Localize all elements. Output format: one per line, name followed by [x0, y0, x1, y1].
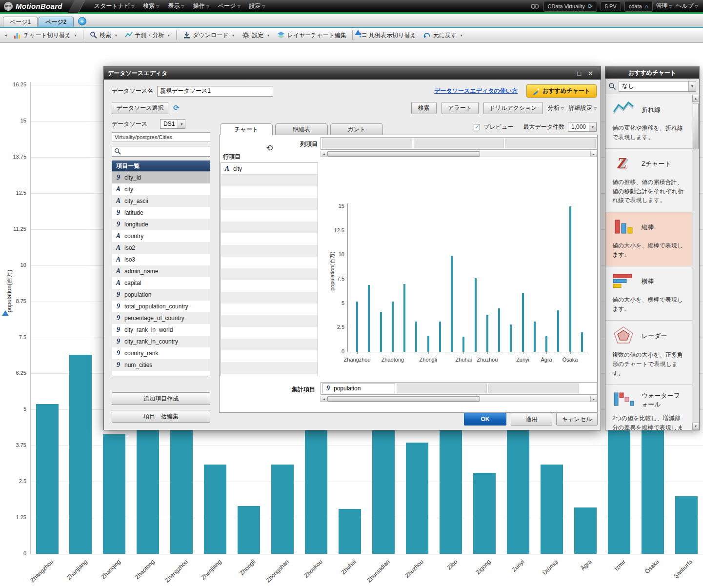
preview-chart-bar[interactable] [462, 337, 464, 352]
scroll-left-icon[interactable]: ◄ [321, 151, 327, 157]
scroll-up-icon[interactable]: ▲ [692, 95, 699, 102]
field-item[interactable]: 9total_population_country [112, 301, 210, 312]
preview-checkbox[interactable]: ✓ [474, 124, 480, 130]
tab-chart[interactable]: チャート [220, 123, 273, 135]
recommend-scrollbar[interactable]: ▲ ▼ [692, 95, 699, 430]
field-item[interactable]: Aadmin_name [112, 265, 210, 277]
help-menu[interactable]: ヘルプ▽ [676, 2, 698, 10]
connection-chip[interactable]: CData Virtuality ⟳ [543, 1, 597, 12]
bulk-edit-button[interactable]: 項目一括編集 [112, 410, 210, 423]
main-chart-bar[interactable] [440, 424, 462, 554]
top-menu-1[interactable]: 検索▽ [143, 2, 159, 10]
top-menu-4[interactable]: ページ▽ [218, 2, 241, 10]
drill-action-button[interactable]: ドリルアクション [483, 102, 543, 114]
toolbar-item-7[interactable]: 元に戻す▼ [420, 30, 467, 41]
swap-axes-icon[interactable]: ⟲ [266, 143, 273, 153]
main-chart-bar[interactable] [238, 506, 260, 554]
field-item[interactable]: 9latitude [112, 207, 210, 219]
field-item[interactable]: 9country_rank [112, 347, 210, 359]
field-search-box[interactable] [112, 146, 210, 157]
maximize-button[interactable]: □ [574, 70, 584, 77]
field-item[interactable]: 9population [112, 289, 210, 301]
user-chip[interactable]: cdata ⌂ [624, 1, 653, 12]
field-item[interactable]: 9city_rank_in_country [112, 336, 210, 347]
preview-chart-bar[interactable] [380, 312, 382, 352]
preview-chart-bar[interactable] [486, 315, 488, 352]
preview-chart-bar[interactable] [427, 336, 429, 352]
scrollbar-track[interactable] [327, 396, 590, 402]
field-item[interactable]: Aiso2 [112, 242, 210, 254]
preview-chart-bar[interactable] [510, 324, 512, 352]
field-item[interactable]: 9num_cities [112, 359, 210, 371]
field-item[interactable]: Acountry [112, 230, 210, 242]
max-rows-select[interactable]: 1,000 ▼ [568, 122, 597, 132]
preview-chart-bar[interactable] [522, 293, 524, 352]
main-chart-bar[interactable] [541, 465, 563, 554]
scrollbar-thumb[interactable] [327, 396, 480, 402]
page-tab-2[interactable]: ページ2 [39, 17, 73, 27]
main-chart-bar[interactable] [608, 430, 630, 554]
analysis-menu[interactable]: 分析▽ [548, 104, 564, 112]
ok-button[interactable]: OK [464, 413, 506, 426]
aggregate-items-box[interactable]: 9population [321, 382, 597, 395]
field-item[interactable]: 9city_id [112, 172, 210, 183]
recommend-filter-select[interactable]: なし ▼ [619, 81, 696, 92]
main-chart-bar[interactable] [204, 465, 226, 554]
field-item[interactable]: Acapital [112, 277, 210, 289]
recommend-chart-item-0[interactable]: 折れ線値の変化や推移を、折れ線で表現します。 [605, 95, 692, 149]
select-datasource-button[interactable]: データソース選択 [112, 102, 168, 114]
preview-chart-bar[interactable] [545, 336, 547, 352]
main-chart-bar[interactable] [271, 465, 294, 554]
alert-button[interactable]: アラート [442, 102, 479, 114]
main-chart-bar[interactable] [103, 434, 125, 554]
field-item[interactable]: 9percentage_of_country [112, 312, 210, 324]
refresh-datasource-icon[interactable]: ⟳ [173, 103, 180, 112]
recommend-chart-button[interactable]: おすすめチャート [526, 84, 597, 98]
field-item[interactable]: 9city_rank_in_world [112, 324, 210, 336]
help-link[interactable]: データソースエディタの使い方 [434, 87, 518, 95]
field-item[interactable]: Acity_ascii [112, 195, 210, 207]
toolbar-item-4[interactable]: 設定▼ [238, 30, 273, 41]
main-chart-bar[interactable] [339, 509, 361, 554]
main-chart-bar[interactable] [69, 355, 92, 554]
preview-chart-bar[interactable] [439, 322, 441, 352]
preview-chart-bar[interactable] [415, 322, 417, 352]
tab-gantt[interactable]: ガント [330, 123, 383, 135]
cancel-button[interactable]: キャンセル [556, 413, 598, 426]
motionboard-logo[interactable]: MB MotionBoard [0, 2, 66, 11]
datasource-name-input[interactable] [157, 86, 273, 97]
scroll-right-icon[interactable]: ► [590, 151, 597, 157]
home-icon[interactable]: ⌂ [645, 3, 648, 10]
preview-chart-bar[interactable] [534, 322, 536, 352]
column-items-box[interactable] [321, 137, 597, 150]
apply-button[interactable]: 適用 [511, 413, 552, 426]
preview-chart-bar[interactable] [581, 332, 583, 352]
add-field-button[interactable]: 追加項目作成 [112, 392, 210, 405]
preview-chart-bar[interactable] [451, 256, 453, 352]
top-menu-5[interactable]: 設定▽ [249, 2, 265, 10]
field-search-input[interactable] [123, 147, 208, 156]
field-item[interactable]: Acity [112, 183, 210, 195]
preview-chart-bar[interactable] [498, 308, 500, 352]
advanced-settings-menu[interactable]: 詳細設定▽ [569, 104, 597, 112]
recommend-chart-item-5[interactable]: ウォーターフォール2つの値を比較し、増減部分の差異を縦棒で表現します。 [605, 385, 692, 430]
preview-chart-bar[interactable] [569, 206, 571, 352]
toolbar-collapse-button[interactable]: ◄ [2, 33, 10, 38]
column-items-scrollbar[interactable]: ◄ ► [321, 151, 597, 157]
scrollbar-thumb[interactable] [693, 103, 699, 149]
field-item[interactable]: Aiso3 [112, 254, 210, 265]
scrollbar-thumb[interactable] [327, 151, 480, 157]
close-button[interactable]: ✕ [584, 70, 597, 77]
preview-chart-bar[interactable] [403, 284, 405, 352]
add-page-button[interactable]: + [78, 17, 86, 25]
recommend-chart-item-4[interactable]: レーダー複数の値の大小を、正多角形のチャートで表現します。 [605, 321, 692, 385]
aggregate-items-scrollbar[interactable]: ◄ ► [321, 396, 597, 402]
preview-chart-bar[interactable] [392, 302, 394, 352]
preview-chart-bar[interactable] [368, 285, 370, 352]
preview-chart-bar[interactable] [557, 310, 559, 352]
recommend-chart-item-1[interactable]: ZZZチャート値の推移、値の累積合計、値の移動合計をそれぞれ折れ線で表現します。 [605, 149, 692, 212]
main-chart-bar[interactable] [406, 443, 428, 554]
toolbar-item-1[interactable]: 検索▼ [86, 30, 121, 41]
scroll-right-icon[interactable]: ► [590, 396, 597, 402]
main-chart-bar[interactable] [675, 496, 698, 554]
